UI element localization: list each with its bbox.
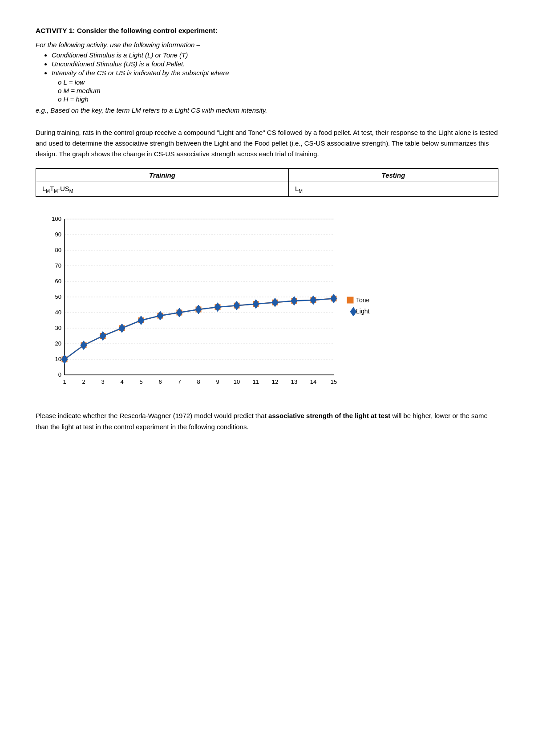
- svg-text:100: 100: [52, 215, 61, 222]
- training-cell: LMTM-USM: [36, 182, 289, 197]
- svg-marker-53: [61, 355, 68, 364]
- example-text: e.g., Based on the key, the term LM refe…: [36, 106, 498, 114]
- sub-3: H = high: [58, 95, 498, 103]
- activity-title: ACTIVITY 1: Consider the following contr…: [36, 27, 498, 35]
- svg-text:50: 50: [55, 293, 61, 300]
- svg-text:20: 20: [55, 340, 61, 347]
- svg-text:2: 2: [82, 378, 85, 385]
- svg-text:1: 1: [63, 378, 66, 385]
- svg-text:30: 30: [55, 325, 61, 331]
- legend-tone-label: Tone: [356, 297, 370, 304]
- svg-rect-68: [347, 297, 353, 303]
- sub-1: L = low: [58, 78, 498, 86]
- chart-container: 0 10 20 30 40 50 60 70 80 90 100 1 2 3 4…: [40, 210, 405, 397]
- svg-text:7: 7: [178, 378, 181, 385]
- col-header-training: Training: [36, 169, 289, 182]
- bullet-list: Conditioned Stimulus is a Light (L) or T…: [52, 51, 498, 77]
- svg-text:12: 12: [272, 378, 278, 385]
- svg-text:6: 6: [158, 378, 162, 385]
- svg-marker-62: [234, 301, 240, 310]
- svg-text:10: 10: [234, 378, 240, 385]
- testing-cell: LM: [288, 182, 498, 197]
- svg-text:9: 9: [216, 378, 219, 385]
- svg-text:3: 3: [101, 378, 104, 385]
- svg-marker-64: [272, 298, 278, 307]
- svg-text:70: 70: [55, 262, 61, 269]
- intro-text: For the following activity, use the foll…: [36, 41, 498, 49]
- legend-light-label: Light: [356, 308, 369, 315]
- svg-text:15: 15: [331, 378, 337, 385]
- sub-2: M = medium: [58, 87, 498, 94]
- svg-marker-65: [291, 297, 297, 305]
- table-row: LMTM-USM LM: [36, 182, 498, 197]
- svg-text:11: 11: [253, 378, 259, 385]
- svg-marker-63: [253, 300, 259, 309]
- design-table-container: Training Testing LMTM-USM LM: [36, 168, 498, 197]
- svg-marker-56: [119, 324, 125, 333]
- svg-text:40: 40: [55, 309, 61, 316]
- svg-marker-57: [138, 316, 144, 325]
- design-table: Training Testing LMTM-USM LM: [36, 168, 498, 197]
- svg-text:80: 80: [55, 247, 61, 253]
- svg-text:5: 5: [139, 378, 142, 385]
- col-header-testing: Testing: [288, 169, 498, 182]
- svg-marker-69: [350, 307, 356, 316]
- svg-text:8: 8: [197, 378, 200, 385]
- svg-text:0: 0: [58, 371, 61, 378]
- main-paragraph: During training, rats in the control gro…: [36, 127, 498, 159]
- svg-text:4: 4: [120, 378, 123, 385]
- svg-text:14: 14: [310, 378, 316, 385]
- bullet-2: Unconditioned Stimulus (US) is a food Pe…: [52, 60, 498, 68]
- svg-marker-59: [176, 308, 182, 317]
- chart-svg: 0 10 20 30 40 50 60 70 80 90 100 1 2 3 4…: [40, 210, 405, 397]
- svg-marker-55: [100, 332, 106, 341]
- svg-marker-67: [331, 294, 337, 303]
- svg-text:60: 60: [55, 278, 61, 285]
- svg-text:13: 13: [291, 378, 297, 385]
- bullet-1: Conditioned Stimulus is a Light (L) or T…: [52, 51, 498, 59]
- bullet-3: Intensity of the CS or US is indicated b…: [52, 69, 498, 77]
- svg-text:90: 90: [55, 231, 61, 238]
- svg-text:10: 10: [55, 356, 61, 362]
- svg-marker-54: [81, 341, 87, 350]
- question-text: Please indicate whether the Rescorla-Wag…: [36, 411, 498, 433]
- svg-marker-61: [214, 303, 221, 312]
- sub-list: L = low M = medium H = high: [58, 78, 498, 103]
